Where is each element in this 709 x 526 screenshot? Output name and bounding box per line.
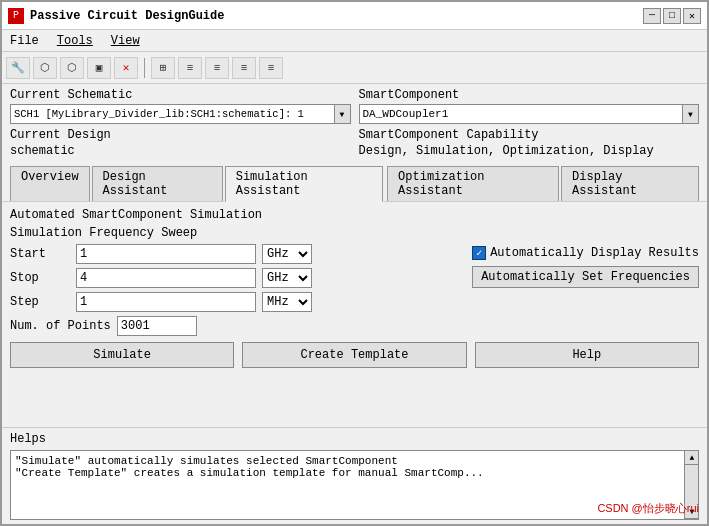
toolbar-btn-0[interactable]: 🔧 (6, 57, 30, 79)
auto-display-label: Automatically Display Results (490, 246, 699, 260)
stop-label: Stop (10, 271, 70, 285)
step-label: Step (10, 295, 70, 309)
helps-item-1: "Create Template" creates a simulation t… (15, 467, 680, 479)
stop-unit-select[interactable]: GHz MHz KHz Hz (262, 268, 312, 288)
stop-row: Stop GHz MHz KHz Hz (10, 268, 456, 288)
smart-component-input[interactable] (359, 104, 684, 124)
stop-unit-wrap: GHz MHz KHz Hz (262, 268, 312, 288)
helps-scroll-track (685, 465, 698, 505)
watermark: CSDN @怡步晓心rui (597, 501, 699, 516)
start-input[interactable] (76, 244, 256, 264)
freq-sweep-label: Simulation Frequency Sweep (10, 226, 699, 240)
helps-item-0-key: "Simulate" (15, 455, 88, 467)
toolbar-btn-2[interactable]: ⬡ (60, 57, 84, 79)
toolbar-btn-9[interactable]: ≡ (259, 57, 283, 79)
tab-optimization-assistant[interactable]: Optimization Assistant (387, 166, 559, 201)
simulate-button[interactable]: Simulate (10, 342, 234, 368)
toolbar-btn-3[interactable]: ▣ (87, 57, 111, 79)
step-unit-select[interactable]: MHz GHz KHz Hz (262, 292, 312, 312)
step-row: Step MHz GHz KHz Hz (10, 292, 456, 312)
tab-overview[interactable]: Overview (10, 166, 90, 201)
toolbar-btn-1[interactable]: ⬡ (33, 57, 57, 79)
start-label: Start (10, 247, 70, 261)
stop-input[interactable] (76, 268, 256, 288)
create-template-button[interactable]: Create Template (242, 342, 466, 368)
helps-content: "Simulate" automatically simulates selec… (10, 450, 699, 520)
freq-inputs-col: Start GHz MHz KHz Hz S (10, 244, 456, 336)
tab-design-assistant[interactable]: Design Assistant (92, 166, 223, 201)
toolbar-btn-7[interactable]: ≡ (205, 57, 229, 79)
right-controls: ✓ Automatically Display Results Automati… (472, 244, 699, 336)
start-unit-select[interactable]: GHz MHz KHz Hz (262, 244, 312, 264)
menu-file[interactable]: File (6, 33, 43, 49)
title-bar: P Passive Circuit DesignGuide ─ □ ✕ (2, 2, 707, 30)
auto-display-row: ✓ Automatically Display Results (472, 246, 699, 260)
helps-item-0: "Simulate" automatically simulates selec… (15, 455, 680, 467)
capability-value: Design, Simulation, Optimization, Displa… (359, 144, 700, 158)
close-button[interactable]: ✕ (683, 8, 701, 24)
design-value: schematic (10, 144, 351, 158)
capability-label: SmartComponent Capability (359, 128, 700, 142)
tab-simulation-assistant[interactable]: Simulation Assistant (225, 166, 383, 202)
menu-bar: File Tools View (2, 30, 707, 52)
start-unit-wrap: GHz MHz KHz Hz (262, 244, 312, 264)
menu-tools[interactable]: Tools (53, 33, 97, 49)
automated-simulation-title: Automated SmartComponent Simulation (10, 208, 699, 222)
action-row: Simulate Create Template Help (10, 342, 699, 368)
start-row: Start GHz MHz KHz Hz (10, 244, 456, 264)
helps-item-0-desc: automatically simulates selected SmartCo… (88, 455, 398, 467)
toolbar: 🔧 ⬡ ⬡ ▣ ✕ ⊞ ≡ ≡ ≡ ≡ (2, 52, 707, 84)
step-input[interactable] (76, 292, 256, 312)
freq-controls-area: Start GHz MHz KHz Hz S (10, 244, 699, 336)
app-icon: P (8, 8, 24, 24)
helps-text: "Simulate" automatically simulates selec… (11, 451, 684, 519)
helps-scroll-up[interactable]: ▲ (685, 451, 699, 465)
schematic-dropdown-arrow[interactable]: ▼ (335, 104, 351, 124)
num-points-row: Num. of Points (10, 316, 456, 336)
auto-freq-button[interactable]: Automatically Set Frequencies (472, 266, 699, 288)
toolbar-btn-6[interactable]: ≡ (178, 57, 202, 79)
schematic-row: Current Schematic ▼ SmartComponent ▼ (2, 84, 707, 128)
smart-component-label: SmartComponent (359, 88, 700, 102)
step-unit-wrap: MHz GHz KHz Hz (262, 292, 312, 312)
minimize-button[interactable]: ─ (643, 8, 661, 24)
help-button[interactable]: Help (475, 342, 699, 368)
window-title: Passive Circuit DesignGuide (30, 9, 224, 23)
maximize-button[interactable]: □ (663, 8, 681, 24)
schematic-label: Current Schematic (10, 88, 351, 102)
num-points-label: Num. of Points (10, 319, 111, 333)
toolbar-btn-5[interactable]: ⊞ (151, 57, 175, 79)
num-points-input[interactable] (117, 316, 197, 336)
toolbar-btn-4[interactable]: ✕ (114, 57, 138, 79)
auto-display-checkbox[interactable]: ✓ (472, 246, 486, 260)
design-label: Current Design (10, 128, 351, 142)
design-row: Current Design schematic SmartComponent … (2, 128, 707, 162)
toolbar-btn-8[interactable]: ≡ (232, 57, 256, 79)
schematic-input[interactable] (10, 104, 335, 124)
tab-display-assistant[interactable]: Display Assistant (561, 166, 699, 201)
toolbar-separator (144, 58, 145, 78)
helps-item-1-key: "Create Template" (15, 467, 134, 479)
tabs-row: Overview Design Assistant Simulation Ass… (2, 162, 707, 202)
helps-item-1-desc: creates a simulation template for manual… (134, 467, 484, 479)
helps-label: Helps (10, 432, 699, 446)
smart-component-dropdown-arrow[interactable]: ▼ (683, 104, 699, 124)
menu-view[interactable]: View (107, 33, 144, 49)
